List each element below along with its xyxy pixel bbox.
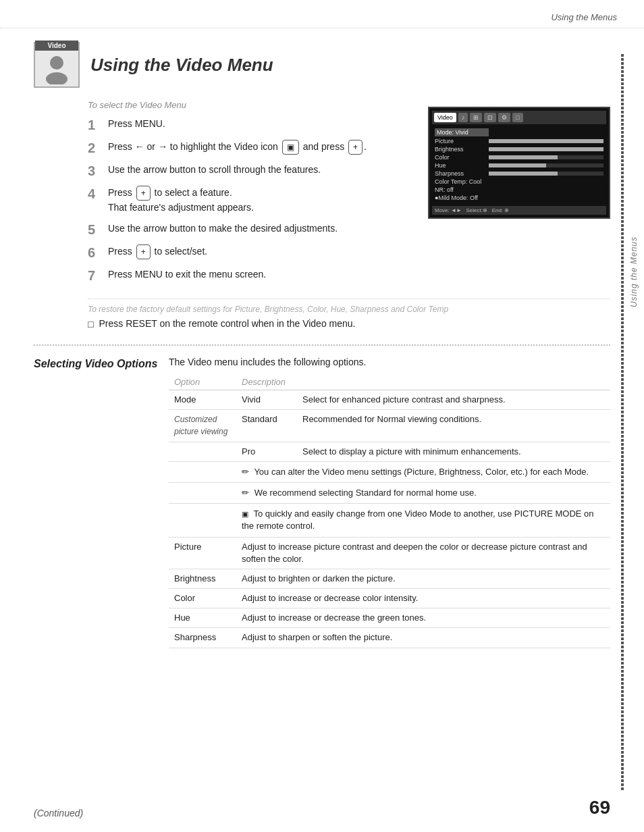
- menu-row-mildmode: ●Mild Mode: Off: [435, 194, 603, 201]
- table-row-hue: Hue Adjust to increase or decrease the g…: [169, 608, 610, 628]
- note3-text: ▣ To quickly and easily change from one …: [236, 504, 610, 537]
- selecting-video-section: Selecting Video Options The Video menu i…: [34, 357, 610, 648]
- section-divider: [34, 344, 610, 346]
- restore-text: Press RESET on the remote control when i…: [99, 318, 355, 329]
- video-icon-label: Video: [35, 41, 78, 51]
- note2-content: We recommend selecting Standard for norm…: [254, 488, 477, 498]
- select-menu-subtitle: To select the Video Menu: [88, 100, 414, 110]
- menu-tab-3: ⊞: [470, 113, 482, 122]
- note1-content: You can alter the Video menu settings (P…: [254, 467, 589, 477]
- step-num-4: 4: [88, 186, 103, 202]
- note-row-3: ▣ To quickly and easily change from one …: [169, 504, 610, 537]
- note2-text: ✏ We recommend selecting Standard for no…: [236, 482, 610, 503]
- page-number: 69: [589, 797, 610, 818]
- note2-blank: [169, 482, 236, 503]
- page-header: Using the Menus: [0, 0, 644, 28]
- right-rule: [621, 54, 624, 791]
- menu-row-hue: Hue: [435, 162, 603, 169]
- menu-row-brightness: Brightness: [435, 146, 603, 153]
- menu-top-bar: Video ♪ ⊞ ⊡ ⚙ □: [432, 111, 606, 124]
- menu-tab-video: Video: [434, 113, 456, 122]
- step-text-3: Use the arrow button to scroll through t…: [108, 163, 321, 177]
- desc-vivid: Select for enhanced picture contrast and…: [297, 390, 610, 410]
- value-vivid: Vivid: [236, 390, 297, 410]
- step-2: 2 Press ← or → to highlight the Video ic…: [88, 140, 414, 156]
- menu-tab-5: ⚙: [498, 113, 510, 122]
- menu-row-mode: Mode: Vivid: [435, 128, 603, 136]
- reset-bullet: □: [88, 319, 93, 330]
- title-section: Video Using the Video Menu: [34, 42, 610, 88]
- option-customized: Customized picture viewing: [169, 410, 236, 442]
- step-num-2: 2: [88, 140, 103, 156]
- menu-brightness-label: Brightness: [435, 146, 489, 153]
- option-brightness: Brightness: [169, 569, 236, 588]
- sidebar-text: Using the Menus: [629, 236, 639, 307]
- step-num-1: 1: [88, 117, 103, 133]
- step-num-5: 5: [88, 222, 103, 238]
- reset-section: To restore the factory default settings …: [88, 298, 610, 330]
- menu-hue-label: Hue: [435, 162, 489, 169]
- note-row-2: ✏ We recommend selecting Standard for no…: [169, 482, 610, 503]
- step-text-7: Press MENU to exit the menu screen.: [108, 267, 266, 282]
- page-footer: (Continued) 69: [0, 797, 644, 818]
- selecting-heading: Selecting Video Options: [34, 357, 158, 371]
- value-pro: Pro: [236, 442, 297, 461]
- step-5: 5 Use the arrow button to make the desir…: [88, 222, 414, 238]
- col-header-option: Option: [169, 374, 236, 390]
- header-title: Using the Menus: [551, 12, 617, 22]
- option-mode: Mode: [169, 390, 236, 410]
- menu-hue-bar: [489, 163, 603, 167]
- option-pro-blank: [169, 442, 236, 461]
- step-text-1: Press MENU.: [108, 117, 165, 131]
- menu-brightness-bar: [489, 147, 603, 151]
- table-row-color: Color Adjust to increase or decrease col…: [169, 589, 610, 608]
- restore-subtitle: To restore the factory default settings …: [88, 305, 610, 314]
- menu-row-nr: NR: off: [435, 186, 603, 193]
- menu-bottom-bar: Move: ◄► Select:⊕ End: ⊕: [432, 206, 606, 215]
- menu-image: Video ♪ ⊞ ⊡ ⚙ □ Mode: Vivid Picture: [428, 107, 610, 219]
- menu-row-color: Color: [435, 154, 603, 161]
- continued-text: (Continued): [34, 808, 83, 818]
- table-header-row: Option Description: [169, 374, 610, 390]
- menu-color-bar: [489, 155, 603, 159]
- option-color: Color: [169, 589, 236, 608]
- step-num-6: 6: [88, 244, 103, 261]
- desc-color: Adjust to increase or decrease color int…: [236, 589, 610, 608]
- menu-mildmode-label: ●Mild Mode: Off: [435, 194, 603, 201]
- menu-row-sharpness: Sharpness: [435, 170, 603, 177]
- menu-nr-label: NR: off: [435, 186, 603, 193]
- table-row-picture: Picture Adjust to increase picture contr…: [169, 537, 610, 569]
- menu-picture-bar: [489, 139, 603, 143]
- left-col: Selecting Video Options: [34, 357, 169, 648]
- desc-pro: Select to display a picture with minimum…: [297, 442, 610, 461]
- note1-text: ✏ You can alter the Video menu settings …: [236, 461, 610, 482]
- video-icon-box: Video: [34, 42, 80, 88]
- step-3: 3 Use the arrow button to scroll through…: [88, 163, 414, 179]
- table-row: Customized picture viewing Standard Reco…: [169, 410, 610, 442]
- svg-point-0: [50, 56, 63, 70]
- note-row-1: ✏ You can alter the Video menu settings …: [169, 461, 610, 482]
- note-icon-3: ▣: [242, 509, 248, 519]
- option-hue: Hue: [169, 608, 236, 628]
- step-text-5: Use the arrow button to make the desired…: [108, 222, 338, 236]
- instructions-area: To select the Video Menu 1 Press MENU. 2…: [88, 100, 610, 290]
- desc-picture: Adjust to increase picture contrast and …: [236, 537, 610, 569]
- menu-colortemp-label: Color Temp: Cool: [435, 178, 603, 185]
- menu-picture-label: Picture: [435, 138, 489, 145]
- step-text-6: Press + to select/set.: [108, 244, 207, 259]
- desc-standard: Recommended for Normal viewing condition…: [297, 410, 610, 442]
- steps-column: To select the Video Menu 1 Press MENU. 2…: [88, 100, 414, 290]
- menu-bottom-text: Move: ◄► Select:⊕ End: ⊕: [435, 207, 509, 213]
- note3-blank: [169, 504, 236, 537]
- menu-sharpness-bar: [489, 172, 603, 176]
- menu-mode-label: Mode: Vivid: [435, 128, 489, 136]
- menu-row-colortemp: Color Temp: Cool: [435, 178, 603, 185]
- note-icon-2: ✏: [242, 487, 249, 499]
- menu-row-picture: Picture: [435, 138, 603, 145]
- right-col: The Video menu includes the following op…: [169, 357, 610, 648]
- menu-screenshot: Video ♪ ⊞ ⊡ ⚙ □ Mode: Vivid Picture: [428, 107, 610, 290]
- desc-sharpness: Adjust to sharpen or soften the picture.: [236, 628, 610, 648]
- col-header-description: Description: [236, 374, 297, 390]
- desc-brightness: Adjust to brighten or darken the picture…: [236, 569, 610, 588]
- customized-label: Customized picture viewing: [174, 415, 227, 436]
